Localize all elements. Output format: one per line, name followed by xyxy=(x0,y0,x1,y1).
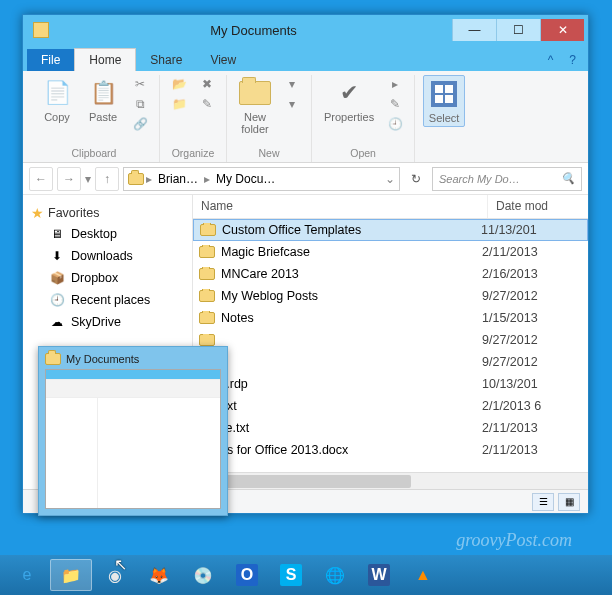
path-dropdown-button[interactable]: ⌄ xyxy=(385,172,395,186)
file-row[interactable]: 9/27/2012 xyxy=(193,351,588,373)
taskbar-outlook-button[interactable]: O xyxy=(226,559,268,591)
downloads-icon: ⬇ xyxy=(49,248,65,264)
ribbon-group-open: ✔Properties ▸ ✎ 🕘 Open xyxy=(312,75,415,162)
minimize-button[interactable]: — xyxy=(452,19,496,41)
history-button[interactable]: 🕘 xyxy=(384,115,406,133)
search-icon: 🔍 xyxy=(561,172,575,185)
taskbar-dvd-button[interactable]: 💿 xyxy=(182,559,224,591)
cut-button[interactable]: ✂ xyxy=(129,75,151,93)
desktop-icon: 🖥 xyxy=(49,226,65,242)
taskbar-ie-button[interactable]: e xyxy=(6,559,48,591)
taskbar-skype-button[interactable]: S xyxy=(270,559,312,591)
column-header-name[interactable]: Name xyxy=(193,195,488,218)
forward-button[interactable]: → xyxy=(57,167,81,191)
tab-view[interactable]: View xyxy=(196,49,250,71)
file-row[interactable]: 📄es for Office 2013.docx2/11/2013 xyxy=(193,439,588,461)
thumbnails-view-button[interactable]: ▦ xyxy=(558,493,580,511)
firefox-icon: 🦊 xyxy=(146,562,172,588)
folder-icon xyxy=(200,224,216,236)
file-row[interactable]: Magic Briefcase2/11/2013 xyxy=(193,241,588,263)
vlc-icon: ▲ xyxy=(410,562,436,588)
paste-shortcut-button[interactable]: 🔗 xyxy=(129,115,151,133)
details-view-button[interactable]: ☰ xyxy=(532,493,554,511)
file-row[interactable]: 📄ile.txt2/11/2013 xyxy=(193,417,588,439)
open-button[interactable]: ▸ xyxy=(384,75,406,93)
new-item-button[interactable]: ▾ xyxy=(281,75,303,93)
folder-icon xyxy=(239,77,271,109)
search-input[interactable]: Search My Do…🔍 xyxy=(432,167,582,191)
new-folder-button[interactable]: New folder xyxy=(235,75,275,137)
chrome-icon: ◉ xyxy=(102,562,128,588)
taskbar: e📁◉🦊💿OS🌐W▲ xyxy=(0,555,612,595)
recent-locations-button[interactable]: ▾ xyxy=(85,172,91,186)
maximize-button[interactable]: ☐ xyxy=(496,19,540,41)
file-row[interactable]: 📄.txt2/1/2013 6 xyxy=(193,395,588,417)
copy-icon: 📄 xyxy=(41,77,73,109)
properties-icon: ✔ xyxy=(333,77,365,109)
ribbon-group-new: New folder ▾ ▾ New xyxy=(227,75,312,162)
sidebar-item-skydrive[interactable]: ☁SkyDrive xyxy=(27,311,188,333)
taskbar-vlc-button[interactable]: ▲ xyxy=(402,559,444,591)
file-row[interactable]: Notes1/15/2013 xyxy=(193,307,588,329)
taskbar-firefox-button[interactable]: 🦊 xyxy=(138,559,180,591)
select-button[interactable]: Select xyxy=(423,75,465,127)
rename-button[interactable]: ✎ xyxy=(196,95,218,113)
favorites-header[interactable]: ★Favorites xyxy=(27,203,188,223)
preview-title: My Documents xyxy=(66,353,139,365)
scrollbar-thumb[interactable] xyxy=(211,475,411,488)
word-icon: W xyxy=(368,564,390,586)
move-to-button[interactable]: 📂 xyxy=(168,75,190,93)
easy-access-button[interactable]: ▾ xyxy=(281,95,303,113)
tab-home[interactable]: Home xyxy=(74,48,136,71)
edit-button[interactable]: ✎ xyxy=(384,95,406,113)
window-title: My Documents xyxy=(55,23,452,38)
taskbar-explorer-button[interactable]: 📁 xyxy=(50,559,92,591)
select-icon xyxy=(428,78,460,110)
copy-to-button[interactable]: 📁 xyxy=(168,95,190,113)
ie-icon: e xyxy=(14,562,40,588)
horizontal-scrollbar[interactable] xyxy=(193,472,588,489)
breadcrumb-item[interactable]: My Docu… xyxy=(212,172,279,186)
file-row[interactable]: 📄lt.rdp10/13/201 xyxy=(193,373,588,395)
copy-button[interactable]: 📄Copy xyxy=(37,75,77,125)
taskbar-preview[interactable]: My Documents xyxy=(38,346,228,516)
titlebar[interactable]: My Documents — ☐ ✕ xyxy=(23,15,588,45)
taskbar-word-button[interactable]: W xyxy=(358,559,400,591)
taskbar-chrome-button[interactable]: ◉ xyxy=(94,559,136,591)
ribbon: 📄Copy 📋Paste ✂ ⧉ 🔗 Clipboard 📂 📁 ✖ ✎ Org… xyxy=(23,71,588,163)
collapse-ribbon-button[interactable]: ^ xyxy=(540,49,562,71)
help-button[interactable]: ? xyxy=(561,49,584,71)
breadcrumb[interactable]: ▸ Brian… ▸ My Docu… ⌄ xyxy=(123,167,400,191)
ribbon-group-organize: 📂 📁 ✖ ✎ Organize xyxy=(160,75,227,162)
up-button[interactable]: ↑ xyxy=(95,167,119,191)
firefox2-icon: 🌐 xyxy=(322,562,348,588)
back-button[interactable]: ← xyxy=(29,167,53,191)
taskbar-firefox2-button[interactable]: 🌐 xyxy=(314,559,356,591)
sidebar-item-downloads[interactable]: ⬇Downloads xyxy=(27,245,188,267)
close-button[interactable]: ✕ xyxy=(540,19,584,41)
breadcrumb-item[interactable]: Brian… xyxy=(154,172,202,186)
explorer-icon: 📁 xyxy=(58,562,84,588)
sidebar-item-recent-places[interactable]: 🕘Recent places xyxy=(27,289,188,311)
paste-button[interactable]: 📋Paste xyxy=(83,75,123,125)
delete-button[interactable]: ✖ xyxy=(196,75,218,93)
file-row[interactable]: 9/27/2012 xyxy=(193,329,588,351)
preview-thumbnail xyxy=(45,369,221,509)
file-list: Name Date mod Custom Office Templates11/… xyxy=(193,195,588,489)
sidebar-item-dropbox[interactable]: 📦Dropbox xyxy=(27,267,188,289)
folder-icon xyxy=(199,290,215,302)
sidebar-item-desktop[interactable]: 🖥Desktop xyxy=(27,223,188,245)
dropbox-icon: 📦 xyxy=(49,270,65,286)
properties-button[interactable]: ✔Properties xyxy=(320,75,378,125)
column-header-date[interactable]: Date mod xyxy=(488,195,588,218)
tab-file[interactable]: File xyxy=(27,49,74,71)
folder-icon xyxy=(199,246,215,258)
tab-share[interactable]: Share xyxy=(136,49,196,71)
file-row[interactable]: Custom Office Templates11/13/201 xyxy=(193,219,588,241)
skype-icon: S xyxy=(280,564,302,586)
dvd-icon: 💿 xyxy=(190,562,216,588)
file-row[interactable]: MNCare 20132/16/2013 xyxy=(193,263,588,285)
refresh-button[interactable]: ↻ xyxy=(404,172,428,186)
copy-path-button[interactable]: ⧉ xyxy=(129,95,151,113)
file-row[interactable]: My Weblog Posts9/27/2012 xyxy=(193,285,588,307)
